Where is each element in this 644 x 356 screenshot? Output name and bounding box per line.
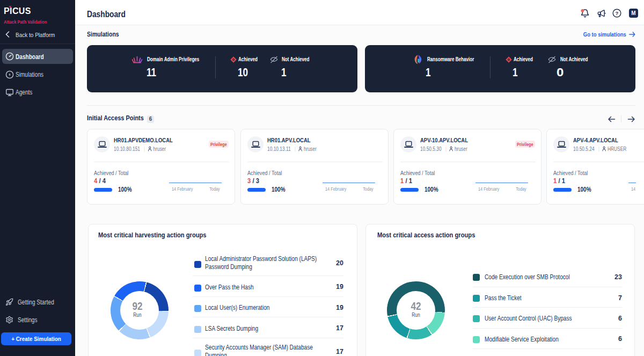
svg-text:?: ?	[616, 10, 619, 16]
